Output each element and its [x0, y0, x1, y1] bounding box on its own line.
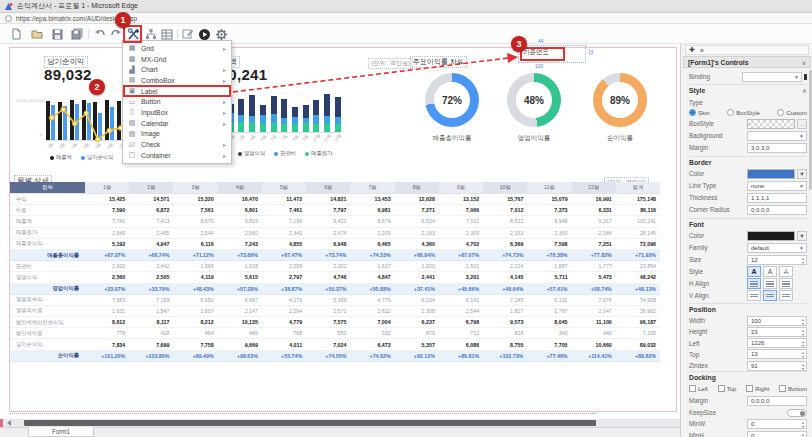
- redo-button[interactable]: [109, 27, 123, 41]
- scroll-left-arrow[interactable]: [7, 420, 11, 426]
- data-grid-button[interactable]: [160, 27, 174, 41]
- border-color-swatch[interactable]: [747, 169, 795, 179]
- font-section-header[interactable]: Font: [689, 218, 807, 228]
- menu-item-check[interactable]: ☑Check▸: [123, 139, 231, 150]
- ratio-chart-label-control[interactable]: 주요이익률 차트: [410, 50, 467, 68]
- docking-margin-input[interactable]: 0,0,0,0: [747, 396, 807, 406]
- edit-button[interactable]: [181, 27, 195, 41]
- minh-spinner[interactable]: 0▴▾: [747, 431, 807, 437]
- save-button[interactable]: [50, 27, 64, 41]
- valign-top-button[interactable]: [747, 290, 761, 301]
- new-label-text[interactable]: 기준연도: [523, 48, 549, 57]
- keepsize-toggle[interactable]: [787, 409, 807, 417]
- radio-custom[interactable]: Custom: [777, 109, 807, 116]
- spinner-icons[interactable]: ▴▾: [802, 433, 804, 437]
- border-section-header[interactable]: Border: [689, 156, 807, 166]
- spinner-icons[interactable]: ▴▾: [802, 421, 804, 429]
- controls-header[interactable]: [Form1]'s Controls ∨: [683, 56, 811, 68]
- settings-button[interactable]: [214, 27, 228, 41]
- form1-tab[interactable]: Form1: [28, 427, 94, 437]
- line-type-dropdown[interactable]: none▼: [747, 181, 807, 191]
- position-zindex-spinner[interactable]: 91▴▾: [747, 361, 807, 371]
- collapse-icon[interactable]: »: [700, 47, 704, 54]
- label-icon: ▣: [128, 87, 136, 95]
- docking-section-header[interactable]: Docking: [689, 371, 807, 381]
- menu-item-mx-grid[interactable]: ▩MX-Grid: [123, 54, 231, 65]
- valign-middle-button[interactable]: [763, 290, 777, 301]
- donut-순이익률[interactable]: 89%: [593, 73, 647, 127]
- donut-매출총이익률[interactable]: 72%: [425, 73, 479, 127]
- design-canvas[interactable]: 당기순이익 89,032 6,000,000,000 0 1월2월3월4월5월6…: [0, 44, 680, 437]
- open-button[interactable]: [30, 27, 44, 41]
- menu-item-image[interactable]: ▨Image: [123, 129, 231, 140]
- radio-boxstyle[interactable]: BoxStyle: [727, 109, 760, 116]
- binding-pin-icon[interactable]: [804, 74, 807, 80]
- cell-value: 175,148: [616, 194, 660, 204]
- hierarchy-button[interactable]: [144, 27, 158, 41]
- cell-value: 4,779: [350, 295, 394, 305]
- style-margin-input[interactable]: 3,0,3,0: [747, 143, 807, 153]
- spinner-icons[interactable]: ▴▾: [802, 351, 804, 359]
- save-all-button[interactable]: [70, 27, 84, 41]
- minw-spinner[interactable]: 0▴▾: [747, 419, 807, 429]
- halign-left-button[interactable]: [747, 278, 761, 289]
- horizontal-scrollbar-thumb[interactable]: [24, 420, 596, 426]
- menu-item-label: Container: [141, 152, 218, 159]
- position-top-spinner[interactable]: 13▴▾: [747, 349, 807, 359]
- spinner-icons[interactable]: ▴▾: [802, 340, 804, 348]
- spinner-icons[interactable]: ▴▾: [802, 329, 804, 337]
- radio-skin[interactable]: Skin: [689, 109, 710, 116]
- pin-icon[interactable]: ✚: [689, 46, 695, 54]
- spinner-icons[interactable]: ▴▾: [802, 257, 804, 265]
- menu-item-calendar[interactable]: ▧Calendar▸: [123, 118, 231, 129]
- monthly-detail-grid[interactable]: 항목1월2월3월4월5월6월7월8월9월10월11월12월합계수익15,4251…: [10, 182, 660, 362]
- menu-item-combobox[interactable]: ▤ComboBox▸: [123, 75, 231, 86]
- border-color-dropdown-button[interactable]: ▼: [797, 169, 807, 179]
- run-button[interactable]: [197, 27, 211, 41]
- sales-stacked-bars[interactable]: [217, 94, 341, 132]
- halign-center-button[interactable]: [763, 278, 777, 289]
- menu-item-inputbox[interactable]: ▯InputBox▸: [123, 107, 231, 118]
- spinner-icons[interactable]: ▴▾: [802, 318, 804, 326]
- menu-item-button[interactable]: ▭Button▸: [123, 96, 231, 107]
- italic-button[interactable]: A: [763, 266, 777, 277]
- dock-checkbox-bottom[interactable]: Bottom: [779, 385, 807, 392]
- corner-radius-input[interactable]: 0,0,0,0: [747, 205, 807, 215]
- cell-value: 14,821: [306, 194, 350, 204]
- donut-영업이익률[interactable]: 48%: [507, 73, 561, 127]
- cell-value: +33.07%: [85, 284, 129, 294]
- undo-button[interactable]: [93, 27, 107, 41]
- position-height-spinner[interactable]: 23▴▾: [747, 327, 807, 337]
- position-section-header[interactable]: Position: [689, 303, 807, 313]
- cell-value: 86,116: [616, 205, 660, 215]
- bold-button[interactable]: A: [747, 266, 761, 277]
- style-section-header[interactable]: Style∧: [689, 84, 807, 95]
- unit-label-control[interactable]: (단위 : 백만원): [368, 51, 413, 69]
- valign-bottom-button[interactable]: [779, 290, 793, 301]
- spinner-icons[interactable]: ▴▾: [802, 363, 804, 371]
- cell-value: 7,373: [527, 205, 571, 215]
- binding-dropdown[interactable]: ▼: [742, 72, 802, 82]
- position-left-spinner[interactable]: 1226▴▾: [747, 338, 807, 348]
- menu-item-chart[interactable]: ▟Chart▸: [123, 64, 231, 75]
- background-dropdown[interactable]: ▼: [747, 131, 807, 141]
- menu-item-container[interactable]: ▢Container▸: [123, 150, 231, 161]
- font-color-dropdown-button[interactable]: ▼: [797, 231, 807, 241]
- thickness-input[interactable]: 1,1,1,1: [747, 193, 807, 203]
- boxstyle-browse-button[interactable]: …: [797, 119, 807, 129]
- strike-button[interactable]: A: [779, 266, 793, 277]
- dock-checkbox-left[interactable]: Left: [689, 385, 708, 392]
- font-color-swatch[interactable]: [747, 231, 795, 241]
- halign-right-button[interactable]: [779, 278, 793, 289]
- font-family-dropdown[interactable]: default▼: [747, 243, 807, 253]
- menu-item-label[interactable]: ▣Label: [123, 86, 231, 97]
- boxstyle-swatch[interactable]: [747, 119, 795, 129]
- menu-item-grid[interactable]: ▦Grid▸: [123, 43, 231, 54]
- font-size-spinner[interactable]: 12▴▾: [747, 255, 807, 265]
- dock-checkbox-top[interactable]: Top: [718, 385, 737, 392]
- position-width-spinner[interactable]: 100▴▾: [747, 316, 807, 326]
- dock-checkbox-right[interactable]: Right: [746, 385, 769, 392]
- toolbox-button[interactable]: [126, 27, 140, 41]
- cell-value: 6,524: [395, 216, 439, 226]
- new-file-button[interactable]: [9, 27, 23, 41]
